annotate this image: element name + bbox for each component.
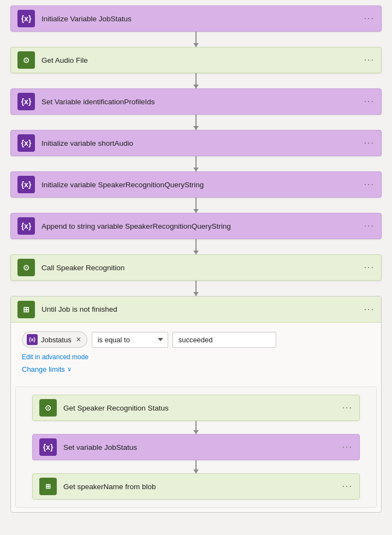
- variable-icon: {x}: [17, 176, 35, 193]
- inner-flow: ⊙ Get Speaker Recognition Status ··· {x}…: [16, 387, 376, 507]
- inner-connector: [195, 460, 197, 473]
- connector: [195, 115, 197, 130]
- connector-icon: ⊙: [17, 259, 35, 276]
- until-inner-container: ⊙ Get Speaker Recognition Status ··· {x}…: [15, 387, 377, 508]
- connector: [195, 73, 197, 88]
- chip-label: Jobstatus: [41, 336, 72, 344]
- condition-operator-select[interactable]: is equal tois not equal tocontainsdoes n…: [92, 332, 168, 348]
- edit-advanced-link[interactable]: Edit in advanced mode: [22, 353, 370, 361]
- chip-close-button[interactable]: ✕: [76, 336, 81, 343]
- connector: [195, 281, 197, 296]
- step-initialize-variable-jobstatus[interactable]: {x} Initialize Variable JobStatus ···: [10, 5, 382, 32]
- step-call-speaker-recognition[interactable]: ⊙ Call Speaker Recognition ···: [10, 254, 382, 281]
- step-menu-button[interactable]: ···: [364, 180, 375, 189]
- step-init-short-audio[interactable]: {x} Initialize variable shortAudio ···: [10, 130, 382, 156]
- until-block: ⊞ Until Job is not finished ··· {x} Jobs…: [10, 296, 382, 513]
- chevron-down-icon: ∨: [67, 366, 72, 373]
- flow-canvas: {x} Initialize Variable JobStatus ··· ⊙ …: [0, 0, 392, 518]
- variable-icon: {x}: [17, 217, 35, 235]
- connector: [195, 32, 197, 47]
- step-menu-button[interactable]: ···: [364, 138, 375, 148]
- step-get-audio-file[interactable]: ⊙ Get Audio File ···: [10, 47, 382, 73]
- connector: [195, 239, 197, 254]
- step-label: Append to string variable SpeakerRecogni…: [41, 222, 364, 230]
- step-label: Initialize variable SpeakerRecognitionQu…: [41, 181, 364, 189]
- connector: [195, 198, 197, 213]
- condition-value-input[interactable]: [173, 332, 276, 348]
- variable-icon: {x}: [17, 134, 35, 152]
- inner-step-get-speaker-name[interactable]: ⊞ Get speakerName from blob ···: [32, 473, 360, 500]
- until-label: Until Job is not finished: [41, 305, 364, 313]
- condition-row: {x} Jobstatus ✕ is equal tois not equal …: [22, 331, 370, 348]
- step-menu-button[interactable]: ···: [364, 221, 375, 231]
- step-menu-button[interactable]: ···: [342, 442, 353, 452]
- inner-connector: [195, 421, 197, 434]
- step-label: Set Variable identificationProfileIds: [41, 98, 364, 106]
- step-label: Get Audio File: [41, 56, 364, 64]
- until-icon: ⊞: [17, 301, 35, 318]
- step-label: Get Speaker Recognition Status: [63, 404, 342, 412]
- step-menu-button[interactable]: ···: [364, 55, 375, 65]
- until-body: {x} Jobstatus ✕ is equal tois not equal …: [11, 323, 381, 380]
- until-header[interactable]: ⊞ Until Job is not finished ···: [11, 296, 381, 323]
- step-label: Call Speaker Recognition: [41, 264, 364, 272]
- step-menu-button[interactable]: ···: [364, 97, 375, 106]
- step-menu-button[interactable]: ···: [342, 403, 353, 413]
- step-menu-button[interactable]: ···: [364, 263, 375, 272]
- step-label: Initialize Variable JobStatus: [41, 15, 364, 23]
- until-menu-button[interactable]: ···: [364, 305, 375, 314]
- chip-variable-icon: {x}: [27, 334, 38, 345]
- variable-icon: {x}: [17, 10, 35, 27]
- blob-icon: ⊞: [39, 478, 57, 495]
- connector-icon: ⊙: [17, 51, 35, 69]
- variable-icon: {x}: [17, 93, 35, 110]
- step-append-query-string[interactable]: {x} Append to string variable SpeakerRec…: [10, 213, 382, 239]
- step-label: Get speakerName from blob: [63, 483, 342, 491]
- inner-step-get-recognition-status[interactable]: ⊙ Get Speaker Recognition Status ···: [32, 395, 360, 421]
- inner-step-set-jobstatus[interactable]: {x} Set variable JobStatus ···: [32, 434, 360, 460]
- connector: [195, 156, 197, 171]
- step-init-query-string[interactable]: {x} Initialize variable SpeakerRecogniti…: [10, 171, 382, 198]
- step-label: Set variable JobStatus: [63, 443, 342, 451]
- change-limits-label: Change limits: [22, 365, 65, 373]
- step-set-variable-ids[interactable]: {x} Set Variable identificationProfileId…: [10, 88, 382, 115]
- connector-icon: ⊙: [39, 399, 57, 417]
- jobstatus-chip[interactable]: {x} Jobstatus ✕: [22, 331, 87, 348]
- step-menu-button[interactable]: ···: [364, 14, 375, 23]
- change-limits-button[interactable]: Change limits ∨: [22, 365, 370, 373]
- variable-icon: {x}: [39, 438, 57, 456]
- step-menu-button[interactable]: ···: [342, 482, 353, 491]
- step-label: Initialize variable shortAudio: [41, 139, 364, 147]
